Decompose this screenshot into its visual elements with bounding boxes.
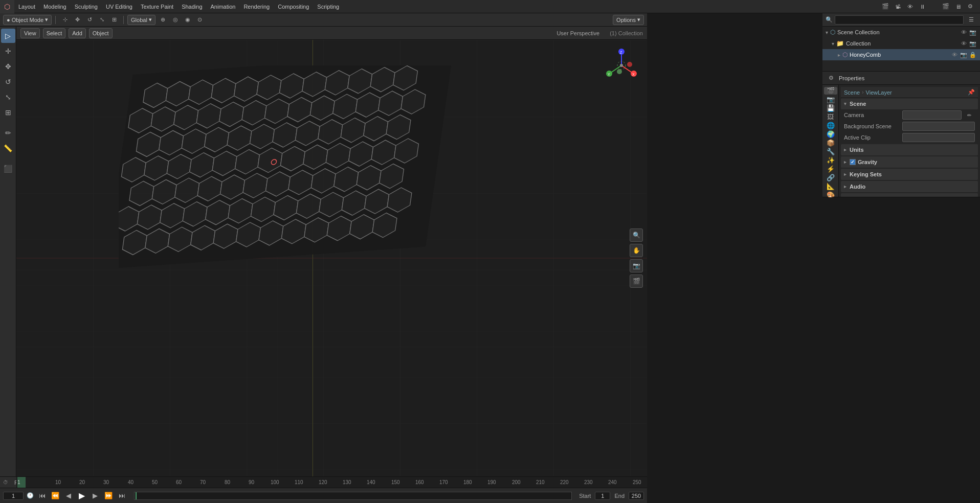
camera-edit-icon[interactable]: ✏ [964,110,975,120]
scene-section-header[interactable]: ▾ Scene [841,98,978,109]
honeycomb-item[interactable]: ▸ ⬡ HoneyComb 👁 📷 🔒 [822,49,980,60]
transform-tool-icon[interactable]: ⊞ [108,15,120,25]
add-menu[interactable]: Add [69,28,86,38]
scale-tool-icon[interactable]: ⤡ [96,15,107,25]
prev-frame-btn[interactable]: ◀ [63,491,74,501]
units-section-header[interactable]: ▸ Units [841,144,978,155]
main-viewport[interactable]: Z X Y 🔍 ✋ 📷 🎬 [16,40,647,476]
transform-tool[interactable]: ⊞ [1,105,15,120]
menu-texture-paint[interactable]: Texture Paint [137,0,177,13]
viewlayer-breadcrumb[interactable]: ViewLayer [866,89,892,96]
background-scene-value[interactable] [902,122,975,131]
menu-compositing[interactable]: Compositing [274,0,313,13]
render-props-tab[interactable]: 📷 [824,96,837,103]
menu-rendering[interactable]: Rendering [239,0,274,13]
constraints-tab[interactable]: 🔗 [824,174,837,181]
rigid-body-label: Rigid Body World [850,196,897,197]
scene-view-icon[interactable]: 🎬 [630,275,643,288]
render-anim-icon[interactable]: 📽 [892,2,903,12]
eye-icon-2[interactable]: 👁 [960,39,968,48]
output-props-tab[interactable]: 💾 [824,104,837,112]
data-tab[interactable]: 📐 [824,182,837,190]
eye-icon[interactable]: 👁 [960,28,968,36]
gravity-section-header[interactable]: ▸ Gravity [841,156,978,168]
eye-icon-3[interactable]: 👁 [950,51,959,59]
camera-view-icon[interactable]: 📷 [630,259,643,272]
mode-selector[interactable]: ● Object Mode ▾ [3,15,52,25]
view-menu[interactable]: View [20,28,40,38]
audio-section-header[interactable]: ▸ Audio [841,181,978,192]
annotate-tool[interactable]: ✏ [1,126,15,140]
physics-tab[interactable]: ⚡ [824,165,837,173]
modifier-tab[interactable]: 🔧 [824,148,837,155]
object-menu[interactable]: Object [89,28,113,38]
rigid-body-header[interactable]: ▸ Rigid Body World [841,193,978,197]
proportional-icon[interactable]: ◎ [170,15,181,25]
keying-sets-header[interactable]: ▸ Keying Sets [841,169,978,180]
scene-collection-item[interactable]: ▾ ⬡ Scene Collection 👁 📷 [822,27,980,38]
view-render-icon[interactable]: 👁 [904,2,916,12]
menu-uv-editing[interactable]: UV Editing [102,0,137,13]
falloff-type-icon[interactable]: ⊙ [194,15,206,25]
select-menu[interactable]: Select [43,28,66,38]
outliner-search-input[interactable] [835,15,964,25]
move-tool-icon[interactable]: ✥ [72,15,83,25]
cursor-tool-icon[interactable]: ⊹ [59,15,71,25]
cursor-tool[interactable]: ✛ [1,44,15,58]
scene-obj-tab[interactable]: 🌐 [824,122,837,129]
rotate-tool[interactable]: ↺ [1,75,15,89]
settings-icon[interactable]: ⚙ [965,2,976,12]
go-end-btn[interactable]: ⏭ [117,491,127,501]
restrict-icon[interactable]: 🔒 [969,51,977,59]
current-frame-display[interactable]: 1 [3,492,24,500]
snap-icon[interactable]: ⊕ [158,15,169,25]
camera-value[interactable] [902,110,962,120]
display-icon[interactable]: 🖥 [952,2,964,12]
next-frame-btn[interactable]: ▶ [90,491,100,501]
menu-layout[interactable]: Layout [14,0,39,13]
orientation-gizmo[interactable]: Z X Y [601,45,642,86]
collection-item[interactable]: ▾ 📁 Collection 👁 📷 [822,38,980,49]
material-tab[interactable]: 🎨 [824,191,837,197]
scene-props-tab[interactable]: 🎬 [824,87,837,95]
end-frame-input[interactable]: 250 [629,492,644,500]
move-tool[interactable]: ✥ [1,59,15,74]
transform-space-selector[interactable]: Global ▾ [127,15,155,25]
measure-tool[interactable]: 📏 [1,141,15,155]
zoom-icon[interactable]: 🔍 [630,228,643,242]
particles-tab[interactable]: ✨ [824,156,837,164]
pause-icon[interactable]: ⏸ [917,2,928,12]
world-tab[interactable]: 🌍 [824,130,837,138]
outliner-settings-icon[interactable]: ☰ [966,15,977,25]
menu-shading[interactable]: Shading [177,0,206,13]
menu-scripting[interactable]: Scripting [313,0,343,13]
next-keyframe-btn[interactable]: ⏩ [103,491,114,501]
camera-icon-3[interactable]: 📷 [960,51,968,59]
start-frame-input[interactable]: 1 [595,492,610,500]
rotate-tool-icon[interactable]: ↺ [84,15,95,25]
play-btn[interactable]: ▶ [77,491,87,501]
timeline-scrubber[interactable] [134,492,572,500]
grab-icon[interactable]: ✋ [630,244,643,257]
render-icon[interactable]: 🎬 [880,2,891,12]
camera-icon[interactable]: 📷 [969,28,977,36]
prev-keyframe-btn[interactable]: ⏪ [50,491,60,501]
scene-breadcrumb[interactable]: Scene [844,89,860,96]
transform-chevron-icon: ▾ [149,16,152,23]
gravity-checkbox[interactable] [850,159,856,165]
menu-modeling[interactable]: Modeling [39,0,71,13]
pin-icon[interactable]: 📌 [968,89,975,96]
camera-icon-2[interactable]: 📷 [969,39,977,48]
scale-tool[interactable]: ⤡ [1,90,15,104]
view-layer-tab[interactable]: 🖼 [824,113,837,121]
menu-animation[interactable]: Animation [207,0,240,13]
go-start-btn[interactable]: ⏮ [37,491,47,501]
select-tool[interactable]: ▷ [1,29,15,43]
menu-sculpting[interactable]: Sculpting [71,0,102,13]
scene-icon[interactable]: 🎬 [940,2,951,12]
options-btn[interactable]: Options ▾ [613,15,644,25]
add-cube-tool[interactable]: ⬛ [1,162,15,176]
active-clip-value[interactable] [902,133,975,142]
object-tab[interactable]: 📦 [824,139,837,147]
falloff-icon[interactable]: ◉ [182,15,193,25]
